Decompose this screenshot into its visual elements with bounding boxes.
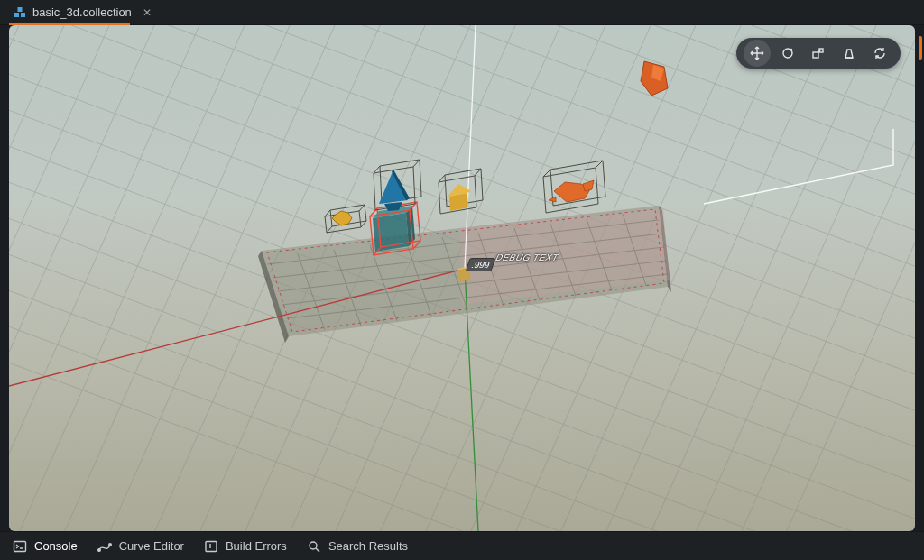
- scene-viewport[interactable]: .999 DEBUG TEXT: [9, 25, 915, 531]
- panel-console[interactable]: Console: [13, 539, 78, 554]
- svg-line-40: [686, 25, 915, 531]
- panel-console-label: Console: [34, 539, 78, 553]
- scene-canvas: [9, 25, 915, 531]
- svg-line-42: [9, 25, 235, 531]
- object-blue-ship: [374, 160, 421, 211]
- svg-line-44: [9, 25, 144, 531]
- panel-build-errors[interactable]: Build Errors: [204, 539, 287, 554]
- scroll-marker: [919, 36, 922, 60]
- svg-rect-112: [14, 541, 26, 551]
- svg-marker-101: [583, 180, 594, 191]
- search-icon: [307, 539, 321, 554]
- frustum-icon: [842, 46, 856, 60]
- rotate-icon: [781, 46, 795, 60]
- editor-tab-bar: basic_3d.collection ✕: [0, 0, 924, 25]
- svg-line-43: [9, 25, 189, 531]
- svg-line-23: [9, 25, 280, 531]
- svg-point-113: [97, 548, 100, 551]
- object-orange-dragon: [543, 161, 605, 213]
- svg-point-117: [310, 542, 317, 549]
- svg-rect-115: [206, 541, 217, 551]
- collection-icon: [13, 5, 27, 20]
- errors-icon: [204, 539, 218, 554]
- editor-tab-title: basic_3d.collection: [32, 5, 132, 19]
- move-icon: [750, 46, 764, 60]
- svg-line-118: [316, 548, 319, 552]
- scale-tool[interactable]: [805, 40, 832, 67]
- move-tool[interactable]: [744, 40, 771, 67]
- sync-tool[interactable]: [866, 40, 893, 67]
- svg-line-13: [9, 296, 915, 531]
- panel-search-results[interactable]: Search Results: [307, 539, 408, 554]
- object-orange-meteor: [641, 61, 668, 96]
- panel-curve-editor-label: Curve Editor: [119, 539, 184, 553]
- svg-line-39: [641, 25, 915, 531]
- scale-icon: [811, 46, 826, 60]
- svg-rect-0: [14, 13, 19, 17]
- close-icon[interactable]: ✕: [143, 6, 152, 19]
- svg-line-45: [9, 25, 99, 531]
- frustum-tool[interactable]: [836, 40, 863, 67]
- object-yellow-star: [325, 205, 366, 233]
- svg-marker-82: [332, 211, 352, 225]
- svg-point-114: [108, 543, 111, 546]
- svg-rect-2: [18, 7, 23, 12]
- curve-icon: [97, 539, 112, 554]
- viewport-toolbar: [736, 38, 901, 69]
- svg-rect-109: [813, 52, 818, 58]
- panel-curve-editor[interactable]: Curve Editor: [97, 539, 184, 554]
- viewport-container: .999 DEBUG TEXT: [9, 25, 915, 531]
- sync-icon: [873, 46, 887, 60]
- panel-build-errors-label: Build Errors: [226, 539, 287, 553]
- panel-search-results-label: Search Results: [328, 539, 408, 553]
- bottom-panel-bar: ConsoleCurve EditorBuild ErrorsSearch Re…: [0, 531, 924, 560]
- rotate-tool[interactable]: [774, 40, 801, 67]
- editor-tab[interactable]: basic_3d.collection ✕: [9, 0, 161, 24]
- svg-rect-1: [21, 13, 25, 17]
- axis-x: [9, 269, 465, 386]
- svg-point-108: [790, 49, 792, 50]
- terminal-icon: [13, 539, 27, 554]
